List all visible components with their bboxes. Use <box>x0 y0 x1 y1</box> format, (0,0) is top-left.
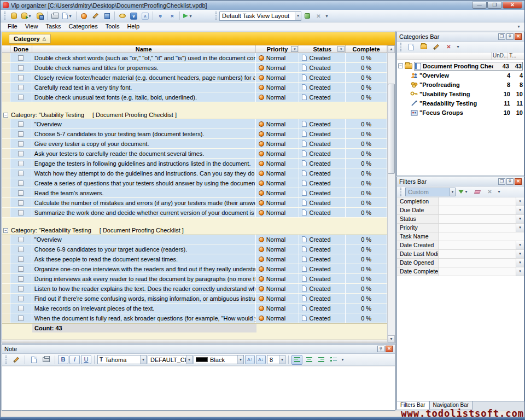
done-cell[interactable] <box>10 254 32 264</box>
status-cell[interactable]: Created <box>299 264 346 273</box>
task-row[interactable]: Calculate the number of mistakes and err… <box>2 198 387 208</box>
task-name-cell[interactable]: Double check unusual text fonts (e.g. it… <box>32 92 256 102</box>
priority-cell[interactable]: Normal <box>256 149 300 158</box>
filter-value[interactable] <box>439 206 516 214</box>
status-cell[interactable]: Created <box>299 83 346 92</box>
complete-cell[interactable]: 0 % <box>346 129 387 138</box>
flag-button[interactable] <box>182 11 195 21</box>
collapse-icon[interactable] <box>3 113 8 118</box>
toolbar-overflow-caret-icon[interactable] <box>324 14 329 19</box>
pin-icon[interactable]: ⚲ <box>506 178 514 185</box>
move-up-button[interactable]: ∧ <box>139 11 151 21</box>
status-cell[interactable]: Created <box>299 149 346 158</box>
task-name-cell[interactable]: During interviews ask every reader to re… <box>32 274 256 283</box>
task-row[interactable]: Give every tester a copy of your documen… <box>2 139 387 149</box>
task-name-cell[interactable]: Double check short words (such as "or," … <box>32 53 256 62</box>
done-cell[interactable] <box>10 149 32 158</box>
task-row[interactable]: Create a series of questions that your t… <box>2 178 387 188</box>
status-cell[interactable]: Created <box>299 254 346 264</box>
align-left-button[interactable] <box>291 355 302 365</box>
status-filter-dropdown[interactable] <box>337 46 345 52</box>
decrease-font-button[interactable]: A↓ <box>256 355 266 364</box>
increase-font-button[interactable]: A↑ <box>245 355 255 364</box>
done-cell[interactable] <box>10 168 32 178</box>
task-row[interactable]: Double check short words (such as "or," … <box>2 53 387 63</box>
tree-category-item[interactable]: "Focus Groups 10 10 <box>397 108 524 117</box>
task-name-cell[interactable]: When the document is fully read, ask bro… <box>32 313 256 323</box>
tree-category-item[interactable]: "Readability Testing 11 11 <box>397 98 524 108</box>
new-task-button[interactable] <box>78 11 90 21</box>
tree-category-item[interactable]: "Overview 4 4 <box>397 71 524 80</box>
filter-row[interactable]: Status <box>397 215 524 224</box>
task-name-cell[interactable]: Organize one-on-one interviews with the … <box>32 264 256 273</box>
complete-cell[interactable]: 0 % <box>346 274 387 283</box>
task-row[interactable]: Closely review footer/header material (e… <box>2 73 387 83</box>
priority-cell[interactable]: Normal <box>256 159 300 168</box>
task-name-cell[interactable]: Engage the testers in following guidelin… <box>32 159 256 168</box>
task-row[interactable]: Choose 6-9 candidates to your target aud… <box>2 244 387 254</box>
expand-all-button[interactable]: » <box>155 11 166 21</box>
toolbar-grip[interactable] <box>4 11 7 20</box>
note-print-button[interactable] <box>40 354 52 365</box>
filter-value[interactable] <box>439 267 516 276</box>
filter-dropdown-icon[interactable] <box>516 267 524 276</box>
complete-cell[interactable]: 0 % <box>346 168 387 178</box>
priority-cell[interactable]: Normal <box>256 284 300 293</box>
status-cell[interactable]: Created <box>299 198 346 207</box>
menubar-overflow-caret-icon[interactable] <box>516 24 521 29</box>
done-cell[interactable] <box>10 313 32 323</box>
task-row[interactable]: Find out if there're some confusing word… <box>2 294 387 304</box>
complete-cell[interactable]: 0 % <box>346 53 387 62</box>
priority-cell[interactable]: Normal <box>256 63 300 72</box>
done-cell[interactable] <box>10 235 32 244</box>
filters-close-icon[interactable]: ✕ <box>515 178 522 185</box>
collapse-all-button[interactable]: » <box>166 11 178 21</box>
collapse-icon[interactable] <box>3 228 8 233</box>
complete-cell[interactable]: 0 % <box>346 244 387 254</box>
done-cell[interactable] <box>10 73 32 82</box>
edit-category-button[interactable] <box>430 42 442 52</box>
note-editor[interactable] <box>2 366 395 410</box>
filter-preset-combo[interactable]: Custom <box>405 188 456 196</box>
task-row[interactable]: Make records on irrelevant pieces of the… <box>2 304 387 313</box>
filter-value[interactable] <box>439 241 516 249</box>
complete-cell[interactable]: 0 % <box>346 139 387 148</box>
filter-row[interactable]: Task Name <box>397 232 524 241</box>
done-cell[interactable] <box>10 92 32 102</box>
save-database-button[interactable] <box>34 11 45 21</box>
column-header-priority[interactable]: Priority <box>256 45 300 52</box>
pin-icon[interactable]: ⚲ <box>377 346 384 352</box>
complete-cell[interactable]: 0 % <box>346 149 387 158</box>
status-cell[interactable]: Created <box>299 73 346 82</box>
priority-cell[interactable]: Normal <box>256 244 300 254</box>
done-cell[interactable] <box>10 129 32 138</box>
filter-row[interactable]: Priority <box>397 224 524 232</box>
task-row[interactable]: Organize one-on-one interviews with the … <box>2 264 387 274</box>
menu-item-help[interactable]: Help <box>123 22 143 31</box>
done-checkbox[interactable] <box>18 65 24 71</box>
done-cell[interactable] <box>10 304 32 313</box>
task-name-cell[interactable]: "Overview <box>32 119 256 129</box>
done-checkbox[interactable] <box>18 75 24 80</box>
categories-close-icon[interactable]: ✕ <box>515 33 522 40</box>
maximize-button[interactable]: ❐ <box>487 2 502 9</box>
toggle-complete-button[interactable] <box>116 11 128 21</box>
priority-cell[interactable]: Normal <box>256 188 300 197</box>
status-cell[interactable]: Created <box>299 119 346 129</box>
task-row[interactable]: Engage the testers in following guidelin… <box>2 159 387 168</box>
done-checkbox[interactable] <box>18 276 24 282</box>
status-cell[interactable]: Created <box>299 188 346 197</box>
clear-filter-button[interactable] <box>471 186 483 197</box>
complete-cell[interactable]: 0 % <box>346 119 387 129</box>
combo-arrow-icon[interactable] <box>237 355 243 364</box>
done-checkbox[interactable] <box>18 55 24 61</box>
done-cell[interactable] <box>10 244 32 254</box>
task-row[interactable]: Choose 5-7 candidates to your testing te… <box>2 129 387 139</box>
priority-cell[interactable]: Normal <box>256 235 300 244</box>
task-name-cell[interactable]: Create a series of questions that your t… <box>32 178 256 188</box>
task-name-cell[interactable]: Choose 5-7 candidates to your testing te… <box>32 129 256 138</box>
task-name-cell[interactable]: Closely review footer/header material (e… <box>32 73 256 82</box>
task-name-cell[interactable]: Ask your testers to carefully reader the… <box>32 149 256 158</box>
filter-row[interactable]: Completion <box>397 197 524 206</box>
filter-dropdown-icon[interactable] <box>516 197 524 206</box>
